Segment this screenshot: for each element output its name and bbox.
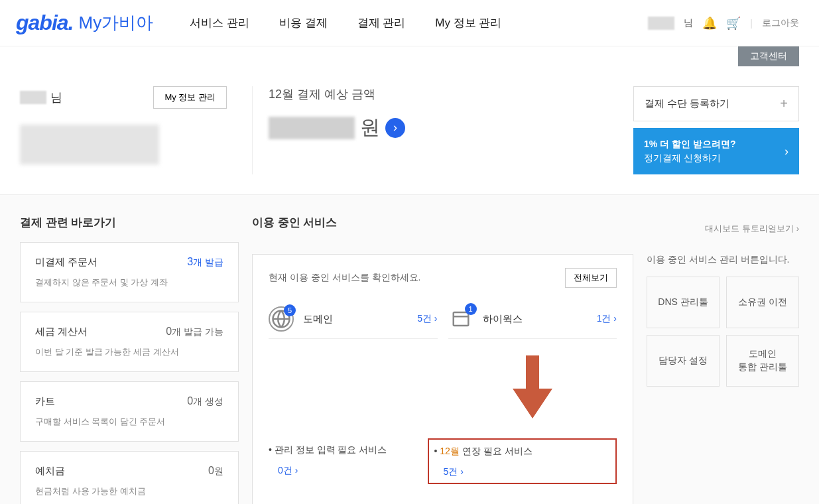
service-item-row[interactable]: 1 하이웍스 1건 › xyxy=(448,300,617,339)
payment-estimate-box: 12월 결제 예상 금액 원 › xyxy=(252,86,620,174)
card-cart[interactable]: 카트 0개 생성 구매할 서비스 목록이 담긴 주문서 xyxy=(20,381,239,442)
top-section: 님 My 정보 관리 12월 결제 예상 금액 원 › 결제 수단 등록하기 +… xyxy=(0,73,819,195)
service-name: 하이웍스 xyxy=(483,313,588,326)
mgmt-manager-setting[interactable]: 담당자 설정 xyxy=(647,335,720,387)
card-unit: 원 xyxy=(214,466,223,476)
nav-payment-mgmt[interactable]: 결제 관리 xyxy=(357,15,406,31)
globe-icon: 5 xyxy=(269,306,294,332)
user-top: 님 My 정보 관리 xyxy=(20,86,227,109)
nav-my-info[interactable]: My 정보 관리 xyxy=(435,15,501,31)
badge: 5 xyxy=(284,304,296,316)
card-title: 세금 계산서 xyxy=(35,326,88,338)
badge: 1 xyxy=(465,303,477,315)
card-desc: 이번 달 기준 발급 가능한 세금 계산서 xyxy=(35,346,223,358)
service-hint: 현재 이용 중인 서비스를 확인하세요. xyxy=(269,272,420,284)
service-bottom: • 관리 정보 입력 필요 서비스 0건 › • 12월 연장 필요 서비스 5… xyxy=(269,438,617,484)
bullet-link[interactable]: 5건 › xyxy=(434,463,583,481)
card-desc: 구매할 서비스 목록이 담긴 주문서 xyxy=(35,416,223,428)
mgmt-grid: DNS 관리툴 소유권 이전 담당자 설정 도메인 통합 관리툴 xyxy=(647,277,799,387)
sidebar-title: 결제 관련 바로가기 xyxy=(20,215,239,230)
user-suffix: 님 xyxy=(684,17,693,29)
card-num: 0 xyxy=(208,465,214,476)
service-count[interactable]: 1건 › xyxy=(597,313,617,325)
mgmt-ownership-transfer[interactable]: 소유권 이전 xyxy=(726,277,799,328)
service-panel: 현재 이용 중인 서비스를 확인하세요. 전체보기 5 도메인 5건 › xyxy=(252,254,633,504)
recurring-payment-promo[interactable]: 1% 더 할인 받으려면? 정기결제 신청하기 › xyxy=(633,128,799,174)
view-all-button[interactable]: 전체보기 xyxy=(565,268,617,288)
mgmt-domain-tool[interactable]: 도메인 통합 관리툴 xyxy=(726,335,799,387)
tutorial-link[interactable]: 대시보드 튜토리얼보기 › xyxy=(705,223,799,235)
content-body: 현재 이용 중인 서비스를 확인하세요. 전체보기 5 도메인 5건 › xyxy=(252,254,799,504)
header: gabia. My가비아 서비스 관리 비용 결제 결제 관리 My 정보 관리… xyxy=(0,0,819,46)
chevron-right-icon: › xyxy=(785,145,788,158)
amount-redacted xyxy=(269,117,355,139)
username-redacted xyxy=(648,17,674,30)
bullet-prefix: • xyxy=(269,444,275,455)
card-num: 3 xyxy=(187,256,193,267)
card-deposit[interactable]: 예치금 0원 현금처럼 사용 가능한 예치금 xyxy=(20,451,239,504)
nav-payment[interactable]: 비용 결제 xyxy=(279,15,328,31)
service-grid: 5 도메인 5건 › 1 하이웍스 xyxy=(269,300,617,425)
bullet-mgmt-info: • 관리 정보 입력 필요 서비스 0건 › xyxy=(269,438,417,484)
promo-line1: 1% 더 할인 받으려면? xyxy=(644,139,735,149)
user-box: 님 My 정보 관리 xyxy=(20,86,239,174)
main-section: 결제 관련 바로가기 미결제 주문서 3개 발급 결제하지 않은 주문서 및 가… xyxy=(0,195,819,504)
card-title: 예치금 xyxy=(35,465,65,477)
service-item-row[interactable]: 5 도메인 5건 › xyxy=(269,300,438,339)
bullet-prefix: • xyxy=(434,446,440,456)
promo-box: 결제 수단 등록하기 + 1% 더 할인 받으려면? 정기결제 신청하기 › xyxy=(633,86,799,174)
promo-text: 1% 더 할인 받으려면? 정기결제 신청하기 xyxy=(644,137,735,165)
currency-label: 원 xyxy=(360,114,380,141)
card-tax-invoice[interactable]: 세금 계산서 0개 발급 가능 이번 달 기준 발급 가능한 세금 계산서 xyxy=(20,312,239,372)
service-item-domain: 5 도메인 5건 › xyxy=(269,300,438,425)
bell-icon[interactable]: 🔔 xyxy=(702,16,717,31)
card-unit: 개 발급 가능 xyxy=(172,326,223,337)
service-count[interactable]: 5건 › xyxy=(417,313,437,325)
arrow-right-icon[interactable]: › xyxy=(385,118,405,138)
user-name-line: 님 xyxy=(20,90,62,105)
payment-shortcuts-sidebar: 결제 관련 바로가기 미결제 주문서 3개 발급 결제하지 않은 주문서 및 가… xyxy=(20,215,239,504)
bullet-renewal-needed: • 12월 연장 필요 서비스 5건 › xyxy=(428,438,617,484)
main-nav: 서비스 관리 비용 결제 결제 관리 My 정보 관리 xyxy=(190,15,501,31)
card-num: 0 xyxy=(187,395,193,407)
bullet-text: 연장 필요 서비스 xyxy=(460,446,533,456)
promo-line2: 정기결제 신청하기 xyxy=(644,153,721,163)
bullet-month: 12월 xyxy=(440,446,460,456)
mgmt-hint: 이용 중인 서비스 관리 버튼입니다. xyxy=(647,254,799,266)
register-payment-method[interactable]: 결제 수단 등록하기 + xyxy=(633,86,799,121)
header-right: 님 🔔 🛒 | 로그아웃 xyxy=(648,16,799,31)
logout-link[interactable]: 로그아웃 xyxy=(762,17,799,29)
card-title: 미결제 주문서 xyxy=(35,256,97,269)
service-panel-top: 현재 이용 중인 서비스를 확인하세요. 전체보기 xyxy=(269,268,617,288)
logo-subtitle[interactable]: My가비아 xyxy=(78,11,153,34)
user-suffix: 님 xyxy=(50,90,62,105)
payment-label: 12월 결제 예상 금액 xyxy=(269,86,620,102)
svg-rect-1 xyxy=(453,312,468,326)
card-desc: 결제하지 않은 주문서 및 가상 계좌 xyxy=(35,277,223,288)
nav-service-mgmt[interactable]: 서비스 관리 xyxy=(190,15,249,31)
customer-service-button[interactable]: 고객센터 xyxy=(738,46,799,66)
card-desc: 현금처럼 사용 가능한 예치금 xyxy=(35,485,223,497)
bullet-link[interactable]: 0건 › xyxy=(269,462,417,479)
user-details-redacted xyxy=(20,125,159,164)
card-title: 카트 xyxy=(35,395,55,408)
service-name: 도메인 xyxy=(303,313,408,326)
app-icon: 1 xyxy=(448,306,473,332)
mgmt-panel: 이용 중인 서비스 관리 버튼입니다. DNS 관리툴 소유권 이전 담당자 설… xyxy=(647,254,799,504)
plus-icon: + xyxy=(780,96,788,111)
my-info-button[interactable]: My 정보 관리 xyxy=(153,86,227,109)
arrow-annotation xyxy=(506,359,559,418)
payment-amount-row: 원 › xyxy=(269,114,620,141)
bullet-text: 관리 정보 입력 필요 서비스 xyxy=(275,444,387,455)
card-unpaid-orders[interactable]: 미결제 주문서 3개 발급 결제하지 않은 주문서 및 가상 계좌 xyxy=(20,242,239,302)
logo[interactable]: gabia. xyxy=(16,11,73,35)
content: 이용 중인 서비스 대시보드 튜토리얼보기 › 현재 이용 중인 서비스를 확인… xyxy=(252,215,799,504)
card-unit: 개 생성 xyxy=(193,396,223,407)
cart-icon[interactable]: 🛒 xyxy=(726,16,741,31)
card-unit: 개 발급 xyxy=(193,257,223,267)
service-item-hiworks: 1 하이웍스 1건 › xyxy=(448,300,617,425)
mgmt-dns-tool[interactable]: DNS 관리툴 xyxy=(647,277,720,328)
header-tools: 고객센터 xyxy=(0,46,819,73)
content-header: 이용 중인 서비스 대시보드 튜토리얼보기 › xyxy=(252,215,799,242)
register-label: 결제 수단 등록하기 xyxy=(645,97,729,110)
